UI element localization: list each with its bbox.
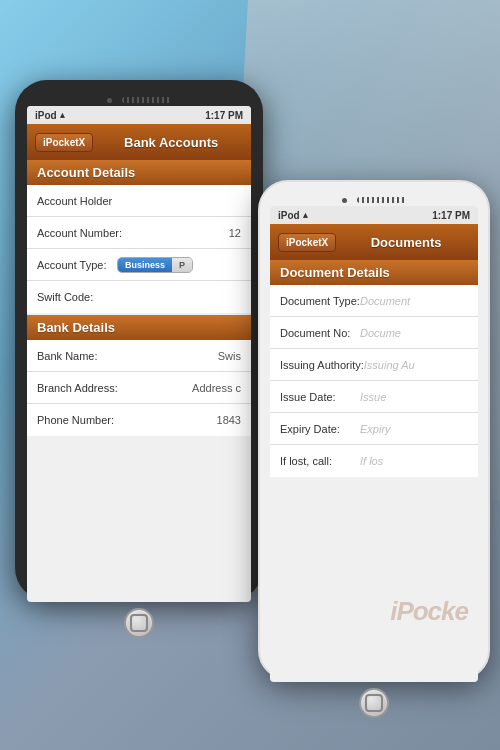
home-button2[interactable] xyxy=(359,688,389,718)
camera-icon xyxy=(107,98,112,103)
home-btn-inner xyxy=(130,614,148,632)
home-btn-inner2 xyxy=(365,694,383,712)
placeholder-issue-date: Issue xyxy=(360,391,468,403)
bank-details-section: Bank Name: Swis Branch Address: Address … xyxy=(27,340,251,436)
form-row-issue-date: Issue Date: Issue xyxy=(270,381,478,413)
time-label: 1:17 PM xyxy=(205,110,243,121)
label-account-number: Account Number: xyxy=(37,227,122,239)
form-row-account-type: Account Type: Business P xyxy=(27,249,251,281)
status-left2: iPod ▴ xyxy=(278,210,308,221)
value-phone: 1843 xyxy=(117,414,241,426)
form-row-bank-name: Bank Name: Swis xyxy=(27,340,251,372)
placeholder-doc-type: Document xyxy=(360,295,468,307)
wifi-icon: ▴ xyxy=(60,110,65,120)
back-button[interactable]: iPocketX xyxy=(35,133,93,152)
label-branch: Branch Address: xyxy=(37,382,118,394)
placeholder-doc-no: Docume xyxy=(360,327,468,339)
placeholder-expiry: Expiry xyxy=(360,423,468,435)
account-details-section: Account Holder Account Number: 12 Accoun… xyxy=(27,185,251,313)
home-button[interactable] xyxy=(124,608,154,638)
speaker2-grill xyxy=(357,197,407,203)
phone2-navbar: iPocketX Documents xyxy=(270,224,478,260)
speaker-grill xyxy=(122,97,172,103)
value-branch: Address c xyxy=(118,382,241,394)
phone1-content: Account Details Account Holder Account N… xyxy=(27,160,251,602)
seg-personal[interactable]: P xyxy=(172,258,192,272)
phone1-navbar: iPocketX Bank Accounts xyxy=(27,124,251,160)
document-details-section: Document Type: Document Document No: Doc… xyxy=(270,285,478,477)
form-row-account-holder: Account Holder xyxy=(27,185,251,217)
account-type-segmented[interactable]: Business P xyxy=(117,257,193,273)
time2-label: 1:17 PM xyxy=(432,210,470,221)
phone1-device: iPod ▴ 1:17 PM iPocketX Bank Accounts Ac… xyxy=(15,80,263,600)
label-account-holder: Account Holder xyxy=(37,195,117,207)
label-bank-name: Bank Name: xyxy=(37,350,117,362)
form-row-issuing: Issuing Authority: Issuing Au xyxy=(270,349,478,381)
status-bar: iPod ▴ 1:17 PM xyxy=(27,106,251,124)
phone2-content: Document Details Document Type: Document… xyxy=(270,260,478,682)
phone2-device: iPod ▴ 1:17 PM iPocketX Documents Docume… xyxy=(258,180,490,680)
camera2-icon xyxy=(342,198,347,203)
value-bank-name: Swis xyxy=(117,350,241,362)
wifi2-icon: ▴ xyxy=(303,210,308,220)
form-row-doc-no: Document No: Docume xyxy=(270,317,478,349)
phone1-top xyxy=(27,92,251,106)
label-doc-no: Document No: xyxy=(280,327,360,339)
label-doc-type: Document Type: xyxy=(280,295,360,307)
label-expiry: Expiry Date: xyxy=(280,423,360,435)
label-issue-date: Issue Date: xyxy=(280,391,360,403)
form-row-expiry: Expiry Date: Expiry xyxy=(270,413,478,445)
label-lost-call: If lost, call: xyxy=(280,455,360,467)
phone2-top xyxy=(270,192,478,206)
seg-business[interactable]: Business xyxy=(118,258,172,272)
form-row-phone: Phone Number: 1843 xyxy=(27,404,251,436)
back-button2[interactable]: iPocketX xyxy=(278,233,336,252)
label-swift: Swift Code: xyxy=(37,291,117,303)
phone2-screen: iPod ▴ 1:17 PM iPocketX Documents Docume… xyxy=(270,206,478,682)
nav-title: Bank Accounts xyxy=(99,135,243,150)
value-account-number: 12 xyxy=(122,227,241,239)
status-bar2: iPod ▴ 1:17 PM xyxy=(270,206,478,224)
form-row-doc-type: Document Type: Document xyxy=(270,285,478,317)
section-doc-details-header: Document Details xyxy=(270,260,478,285)
device2-label: iPod xyxy=(278,210,300,221)
nav-title2: Documents xyxy=(342,235,470,250)
form-row-branch: Branch Address: Address c xyxy=(27,372,251,404)
label-issuing: Issuing Authority: xyxy=(280,359,364,371)
watermark: iPocke xyxy=(390,596,468,627)
placeholder-issuing: Issuing Au xyxy=(364,359,468,371)
label-account-type: Account Type: xyxy=(37,259,117,271)
section-account-details-header: Account Details xyxy=(27,160,251,185)
device-label: iPod xyxy=(35,110,57,121)
form-row-swift: Swift Code: xyxy=(27,281,251,313)
label-phone: Phone Number: xyxy=(37,414,117,426)
placeholder-lost-call: If los xyxy=(360,455,468,467)
section-bank-details-header: Bank Details xyxy=(27,315,251,340)
status-left: iPod ▴ xyxy=(35,110,65,121)
form-row-lost-call: If lost, call: If los xyxy=(270,445,478,477)
phone1-screen: iPod ▴ 1:17 PM iPocketX Bank Accounts Ac… xyxy=(27,106,251,602)
form-row-account-number: Account Number: 12 xyxy=(27,217,251,249)
